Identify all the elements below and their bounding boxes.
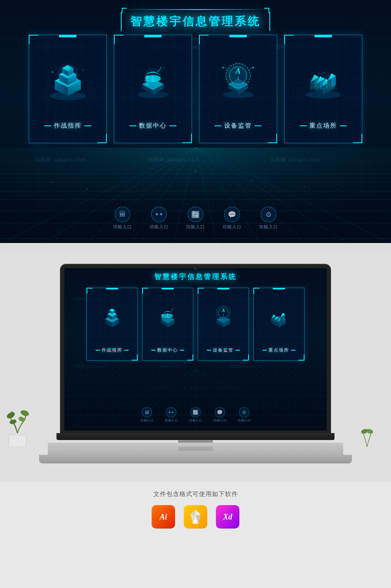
laptop-stand: [39, 433, 352, 463]
banner-title-bar: 智慧楼宇信息管理系统: [121, 8, 270, 31]
svg-point-88: [18, 416, 26, 423]
laptop-camera: [194, 266, 197, 269]
nav-label-3: 功能入口: [186, 224, 205, 230]
label-deco-left-2: [129, 125, 136, 126]
screen-card-ai[interactable]: A i 设备监管: [198, 288, 249, 361]
screen-deco-l1: [96, 350, 100, 351]
card-notch-1: [59, 35, 76, 37]
nav-icon-1: 🏛: [115, 207, 130, 222]
svg-point-24: [338, 184, 339, 185]
software-icon-ai: Ai: [152, 505, 175, 529]
title-decoration: [122, 8, 269, 11]
card-notch-3: [229, 35, 247, 37]
svg-rect-83: [9, 434, 26, 447]
svg-point-22: [252, 180, 253, 181]
card-notch-4: [315, 35, 332, 37]
nav-item-4[interactable]: 💬 功能入口: [222, 207, 242, 230]
label-deco-right-4: [340, 125, 347, 126]
svg-line-59: [225, 68, 227, 70]
screen-nav-label-2: 功能入口: [165, 418, 178, 423]
screen-nav-2[interactable]: ✦✦ 功能入口: [165, 407, 178, 423]
laptop-section: 佳图网 jiatupic.com 佳图网 jiatupic.com 佳图网 ji…: [0, 252, 391, 482]
screen-card-icon-2: [150, 293, 185, 337]
card-datacenter[interactable]: 数据中心: [114, 35, 192, 143]
svg-rect-84: [10, 433, 25, 436]
cards-row: 作战指挥: [29, 35, 362, 143]
card-label-command: 作战指挥: [44, 122, 91, 130]
screen-deco-l2: [151, 350, 156, 351]
nav-label-1: 功能入口: [113, 224, 132, 230]
nav-item-3[interactable]: 🔄 功能入口: [186, 207, 205, 230]
screen-deco-r1: [124, 350, 129, 351]
screen-nav-1[interactable]: 🏛 功能入口: [140, 407, 153, 423]
laptop-base-top: [56, 433, 335, 440]
svg-point-65: [229, 66, 248, 85]
card-icon-datacenter: [127, 44, 179, 113]
screen-deco-r2: [180, 350, 184, 351]
nav-label-4: 功能入口: [222, 224, 242, 230]
screen-card-location[interactable]: 重点场所: [253, 288, 305, 361]
screen-card-icon-4: [262, 293, 296, 337]
software-icon-sketch: [184, 505, 207, 529]
screen-deco-r4: [291, 350, 295, 351]
nav-item-2[interactable]: ✦✦ 功能入口: [149, 207, 169, 230]
screen-card-notch-3: [217, 288, 229, 289]
svg-text:A: A: [221, 308, 225, 313]
screen-card-label-4: 重点场所: [262, 347, 295, 353]
screen-nav-3[interactable]: 🔄 功能入口: [189, 407, 202, 423]
screen-cards-row: 作战指挥: [86, 288, 305, 361]
screen-deco-l4: [262, 350, 267, 351]
label-deco-left-4: [300, 125, 307, 126]
nav-item-5[interactable]: ⚙ 功能入口: [259, 207, 278, 230]
svg-point-19: [86, 188, 88, 190]
svg-point-86: [20, 409, 30, 417]
screen-nav-icon-1: 🏛: [142, 407, 152, 417]
screen-content: 佳图网 jiatupic.com 佳图网 jiatupic.com 佳图网 ji…: [64, 268, 327, 430]
svg-point-37: [83, 69, 83, 70]
laptop-keyboard: [48, 443, 343, 455]
card-monitor[interactable]: A i 设备监管: [199, 35, 277, 143]
card-label-monitor: 设备监管: [215, 122, 262, 130]
card-location[interactable]: 重点场所: [284, 35, 362, 143]
screen-nav-label-4: 功能入口: [213, 418, 226, 423]
card-icon-monitor: A i: [212, 44, 264, 113]
label-deco-left-3: [215, 125, 222, 126]
label-deco-right-3: [255, 125, 262, 126]
svg-point-21: [195, 171, 196, 172]
screen-nav-icon-2: ✦✦: [166, 407, 176, 417]
svg-point-23: [304, 186, 305, 187]
svg-line-61: [249, 68, 251, 70]
screen-nav-label-1: 功能入口: [140, 418, 153, 423]
card-label-datacenter: 数据中心: [129, 122, 176, 130]
bottom-nav: 🏛 功能入口 ✦✦ 功能入口 🔄 功能入口 💬 功能入口 ⚙ 功能入口: [113, 207, 278, 230]
screen-card-command[interactable]: 作战指挥: [86, 288, 138, 361]
screen-card-notch-2: [162, 288, 174, 289]
screen-nav-4[interactable]: 💬 功能入口: [213, 407, 226, 423]
screen-title: 智慧楼宇信息管理系统: [154, 273, 237, 282]
nav-icon-3: 🔄: [188, 207, 203, 222]
svg-point-50: [144, 68, 162, 85]
svg-point-63: [222, 67, 224, 69]
screen-title-bar: 智慧楼宇信息管理系统: [154, 273, 237, 282]
laptop-screen: 佳图网 jiatupic.com 佳图网 jiatupic.com 佳图网 ji…: [61, 265, 330, 434]
screen-card-notch-1: [106, 288, 118, 289]
svg-point-38: [56, 85, 57, 85]
nav-icon-4: 💬: [224, 207, 240, 222]
screen-card-datacenter[interactable]: 数据中心: [142, 288, 193, 361]
nav-label-2: 功能入口: [149, 224, 169, 230]
software-section: 文件包含格式可使用如下软件 Ai Xd: [0, 482, 391, 542]
screen-nav-5[interactable]: ⚙ 功能入口: [238, 407, 251, 423]
svg-point-35: [57, 63, 79, 85]
screen-card-label-1: 作战指挥: [96, 347, 129, 353]
banner-title: 智慧楼宇信息管理系统: [121, 12, 270, 31]
screen-card-label-2: 数据中心: [151, 347, 184, 353]
screen-card-label-3: 设备监管: [207, 347, 240, 353]
nav-icon-5: ⚙: [261, 207, 276, 222]
card-command[interactable]: 作战指挥: [29, 35, 107, 143]
card-label-location: 重点场所: [300, 122, 347, 130]
separator: [0, 243, 391, 252]
nav-item-1[interactable]: 🏛 功能入口: [113, 207, 132, 230]
screen-bottom-nav: 🏛 功能入口 ✦✦ 功能入口 🔄 功能入口 💬 功能入口: [140, 407, 251, 423]
svg-point-18: [52, 182, 53, 183]
software-icons-row: Ai Xd: [152, 505, 239, 529]
